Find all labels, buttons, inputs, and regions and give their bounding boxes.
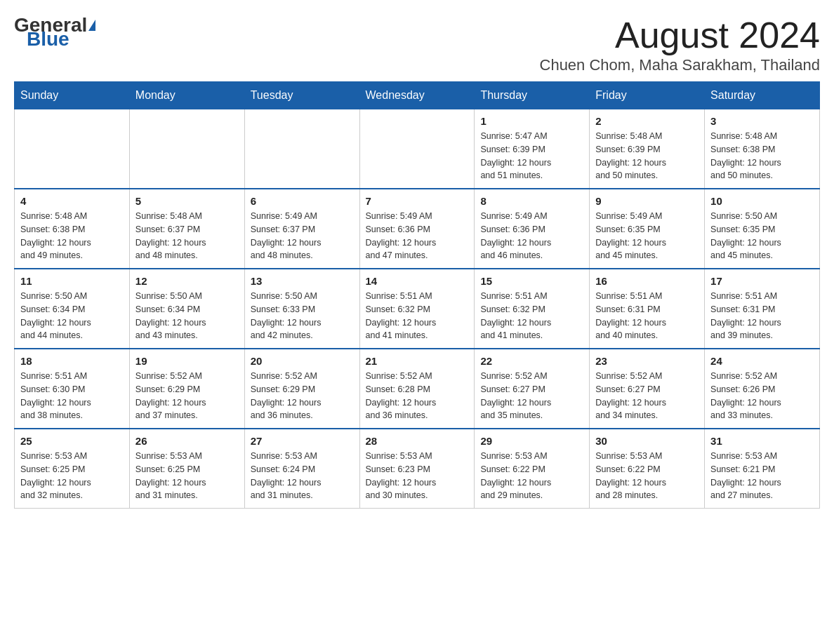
day-number: 26: [135, 435, 239, 447]
day-number: 5: [135, 195, 239, 207]
day-info: Sunrise: 5:51 AMSunset: 6:32 PMDaylight:…: [366, 290, 469, 342]
day-number: 17: [710, 275, 814, 287]
day-number: 21: [366, 355, 469, 367]
day-number: 20: [251, 355, 354, 367]
calendar-cell: [129, 109, 244, 189]
day-info: Sunrise: 5:49 AMSunset: 6:35 PMDaylight:…: [595, 210, 699, 262]
weekday-header-saturday: Saturday: [705, 82, 820, 109]
day-info: Sunrise: 5:49 AMSunset: 6:37 PMDaylight:…: [251, 210, 354, 262]
day-info: Sunrise: 5:53 AMSunset: 6:22 PMDaylight:…: [595, 450, 699, 502]
calendar-cell: [15, 109, 130, 189]
calendar-week-row: 1Sunrise: 5:47 AMSunset: 6:39 PMDaylight…: [15, 109, 820, 189]
day-info: Sunrise: 5:51 AMSunset: 6:31 PMDaylight:…: [595, 290, 699, 342]
day-number: 15: [480, 275, 583, 287]
calendar-cell: 1Sunrise: 5:47 AMSunset: 6:39 PMDaylight…: [475, 109, 590, 189]
day-info: Sunrise: 5:52 AMSunset: 6:29 PMDaylight:…: [135, 370, 239, 422]
calendar-table: SundayMondayTuesdayWednesdayThursdayFrid…: [14, 81, 820, 509]
day-info: Sunrise: 5:48 AMSunset: 6:38 PMDaylight:…: [710, 130, 814, 182]
day-number: 19: [135, 355, 239, 367]
calendar-cell: 19Sunrise: 5:52 AMSunset: 6:29 PMDayligh…: [129, 349, 244, 429]
day-number: 12: [135, 275, 239, 287]
day-number: 13: [251, 275, 354, 287]
day-info: Sunrise: 5:50 AMSunset: 6:35 PMDaylight:…: [710, 210, 814, 262]
day-number: 28: [366, 435, 469, 447]
calendar-week-row: 18Sunrise: 5:51 AMSunset: 6:30 PMDayligh…: [15, 349, 820, 429]
month-title: August 2024: [540, 14, 820, 56]
day-info: Sunrise: 5:51 AMSunset: 6:30 PMDaylight:…: [20, 370, 124, 422]
day-number: 6: [251, 195, 354, 207]
calendar-cell: 22Sunrise: 5:52 AMSunset: 6:27 PMDayligh…: [475, 349, 590, 429]
calendar-header: SundayMondayTuesdayWednesdayThursdayFrid…: [15, 82, 820, 109]
calendar-cell: 4Sunrise: 5:48 AMSunset: 6:38 PMDaylight…: [15, 189, 130, 269]
day-number: 11: [20, 275, 124, 287]
calendar-cell: 9Sunrise: 5:49 AMSunset: 6:35 PMDaylight…: [590, 189, 705, 269]
day-info: Sunrise: 5:48 AMSunset: 6:38 PMDaylight:…: [20, 210, 124, 262]
calendar-cell: 15Sunrise: 5:51 AMSunset: 6:32 PMDayligh…: [475, 269, 590, 349]
day-info: Sunrise: 5:52 AMSunset: 6:26 PMDaylight:…: [710, 370, 814, 422]
calendar-cell: 2Sunrise: 5:48 AMSunset: 6:39 PMDaylight…: [590, 109, 705, 189]
calendar-cell: 18Sunrise: 5:51 AMSunset: 6:30 PMDayligh…: [15, 349, 130, 429]
calendar-body: 1Sunrise: 5:47 AMSunset: 6:39 PMDaylight…: [15, 109, 820, 509]
day-number: 8: [480, 195, 583, 207]
calendar-cell: 10Sunrise: 5:50 AMSunset: 6:35 PMDayligh…: [705, 189, 820, 269]
calendar-week-row: 11Sunrise: 5:50 AMSunset: 6:34 PMDayligh…: [15, 269, 820, 349]
day-info: Sunrise: 5:48 AMSunset: 6:37 PMDaylight:…: [135, 210, 239, 262]
calendar-cell: 28Sunrise: 5:53 AMSunset: 6:23 PMDayligh…: [359, 429, 475, 509]
calendar-cell: 16Sunrise: 5:51 AMSunset: 6:31 PMDayligh…: [590, 269, 705, 349]
calendar-cell: [359, 109, 475, 189]
day-info: Sunrise: 5:53 AMSunset: 6:25 PMDaylight:…: [20, 450, 124, 502]
day-info: Sunrise: 5:48 AMSunset: 6:39 PMDaylight:…: [595, 130, 699, 182]
calendar-cell: 24Sunrise: 5:52 AMSunset: 6:26 PMDayligh…: [705, 349, 820, 429]
day-info: Sunrise: 5:53 AMSunset: 6:25 PMDaylight:…: [135, 450, 239, 502]
weekday-header-friday: Friday: [590, 82, 705, 109]
day-info: Sunrise: 5:52 AMSunset: 6:27 PMDaylight:…: [480, 370, 583, 422]
weekday-header-thursday: Thursday: [475, 82, 590, 109]
day-info: Sunrise: 5:52 AMSunset: 6:27 PMDaylight:…: [595, 370, 699, 422]
day-number: 30: [595, 435, 699, 447]
day-number: 4: [20, 195, 124, 207]
day-number: 22: [480, 355, 583, 367]
calendar-week-row: 4Sunrise: 5:48 AMSunset: 6:38 PMDaylight…: [15, 189, 820, 269]
weekday-header-row: SundayMondayTuesdayWednesdayThursdayFrid…: [15, 82, 820, 109]
calendar-cell: 31Sunrise: 5:53 AMSunset: 6:21 PMDayligh…: [705, 429, 820, 509]
calendar-cell: 8Sunrise: 5:49 AMSunset: 6:36 PMDaylight…: [475, 189, 590, 269]
day-info: Sunrise: 5:52 AMSunset: 6:29 PMDaylight:…: [251, 370, 354, 422]
day-number: 2: [595, 115, 699, 127]
day-number: 9: [595, 195, 699, 207]
calendar-cell: 29Sunrise: 5:53 AMSunset: 6:22 PMDayligh…: [475, 429, 590, 509]
weekday-header-monday: Monday: [129, 82, 244, 109]
calendar-cell: [244, 109, 359, 189]
calendar-cell: 17Sunrise: 5:51 AMSunset: 6:31 PMDayligh…: [705, 269, 820, 349]
logo-triangle-icon: [88, 20, 95, 31]
weekday-header-tuesday: Tuesday: [244, 82, 359, 109]
calendar-cell: 12Sunrise: 5:50 AMSunset: 6:34 PMDayligh…: [129, 269, 244, 349]
calendar-cell: 25Sunrise: 5:53 AMSunset: 6:25 PMDayligh…: [15, 429, 130, 509]
day-number: 7: [366, 195, 469, 207]
calendar-week-row: 25Sunrise: 5:53 AMSunset: 6:25 PMDayligh…: [15, 429, 820, 509]
day-info: Sunrise: 5:50 AMSunset: 6:34 PMDaylight:…: [20, 290, 124, 342]
day-info: Sunrise: 5:47 AMSunset: 6:39 PMDaylight:…: [480, 130, 583, 182]
calendar-cell: 23Sunrise: 5:52 AMSunset: 6:27 PMDayligh…: [590, 349, 705, 429]
day-info: Sunrise: 5:53 AMSunset: 6:22 PMDaylight:…: [480, 450, 583, 502]
day-number: 10: [710, 195, 814, 207]
weekday-header-wednesday: Wednesday: [359, 82, 475, 109]
day-info: Sunrise: 5:53 AMSunset: 6:23 PMDaylight:…: [366, 450, 469, 502]
calendar-cell: 11Sunrise: 5:50 AMSunset: 6:34 PMDayligh…: [15, 269, 130, 349]
day-number: 25: [20, 435, 124, 447]
day-number: 27: [251, 435, 354, 447]
logo: General Blue: [14, 14, 95, 51]
day-number: 24: [710, 355, 814, 367]
calendar-cell: 27Sunrise: 5:53 AMSunset: 6:24 PMDayligh…: [244, 429, 359, 509]
day-info: Sunrise: 5:53 AMSunset: 6:21 PMDaylight:…: [710, 450, 814, 502]
day-number: 3: [710, 115, 814, 127]
day-number: 14: [366, 275, 469, 287]
calendar-cell: 13Sunrise: 5:50 AMSunset: 6:33 PMDayligh…: [244, 269, 359, 349]
day-info: Sunrise: 5:49 AMSunset: 6:36 PMDaylight:…: [480, 210, 583, 262]
calendar-cell: 6Sunrise: 5:49 AMSunset: 6:37 PMDaylight…: [244, 189, 359, 269]
day-number: 16: [595, 275, 699, 287]
day-number: 31: [710, 435, 814, 447]
day-info: Sunrise: 5:50 AMSunset: 6:34 PMDaylight:…: [135, 290, 239, 342]
calendar-cell: 30Sunrise: 5:53 AMSunset: 6:22 PMDayligh…: [590, 429, 705, 509]
logo-blue: Blue: [27, 28, 70, 51]
title-section: August 2024 Chuen Chom, Maha Sarakham, T…: [540, 14, 820, 74]
